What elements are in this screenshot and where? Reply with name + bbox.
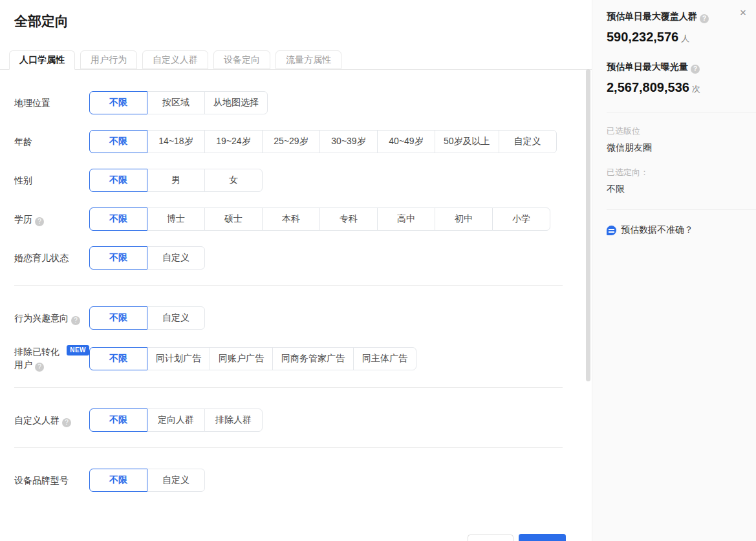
targeting-dialog: 全部定向 人口学属性用户行为自定义人群设备定向流量方属性 地理位置不限按区域从地… — [0, 0, 592, 541]
option-button[interactable]: 女 — [204, 169, 263, 192]
row-label: 自定义人群 — [14, 414, 89, 427]
row-label-text: 学历 — [14, 214, 32, 224]
selected-placement-value: 微信朋友圈 — [607, 141, 756, 154]
option-button[interactable]: 从地图选择 — [204, 91, 268, 114]
stat-value: 590,232,576 — [607, 30, 678, 44]
help-icon[interactable] — [35, 217, 44, 226]
option-button[interactable]: 初中 — [435, 207, 493, 231]
option-button[interactable]: 自定义 — [147, 306, 205, 330]
targeting-row: 学历不限博士硕士本科专科高中初中小学 — [14, 207, 592, 231]
targeting-row: 行为兴趣意向不限自定义 — [14, 306, 592, 330]
sidebar-divider — [607, 112, 756, 112]
option-group: 不限14~18岁19~24岁25~29岁30~39岁40~49岁50岁及以上自定… — [89, 130, 557, 153]
chat-bubble-icon — [607, 226, 616, 235]
row-label-text: 设备品牌型号 — [14, 475, 69, 485]
option-button[interactable]: 同商务管家广告 — [272, 347, 354, 370]
stat-value-line: 590,232,576人 — [607, 28, 756, 47]
option-button[interactable]: 同计划广告 — [147, 347, 210, 370]
stat-label: 预估单日最大曝光量 — [607, 60, 756, 74]
option-button[interactable]: 不限 — [89, 246, 147, 270]
tab-3[interactable]: 自定义人群 — [142, 50, 208, 69]
new-badge: NEW — [67, 345, 89, 355]
row-label: NEW排除已转化用户 — [14, 345, 89, 372]
targeting-row: 婚恋育儿状态不限自定义 — [14, 246, 592, 270]
option-button[interactable]: 硕士 — [204, 207, 263, 231]
page-title: 全部定向 — [14, 12, 592, 30]
targeting-row: 自定义人群不限定向人群排除人群 — [14, 408, 592, 432]
option-button[interactable]: 25~29岁 — [262, 130, 320, 153]
option-button[interactable]: 自定义 — [147, 246, 205, 270]
option-button[interactable]: 40~49岁 — [377, 130, 435, 153]
estimate-stat: 预估单日最大覆盖人群590,232,576人 — [607, 10, 756, 47]
tab-1[interactable]: 人口学属性 — [9, 50, 75, 70]
option-button[interactable]: 不限 — [89, 207, 147, 231]
option-button[interactable]: 19~24岁 — [204, 130, 263, 153]
tab-4[interactable]: 设备定向 — [213, 50, 270, 69]
stat-value: 2,567,809,536 — [607, 80, 689, 94]
feedback-link[interactable]: 预估数据不准确？ — [607, 224, 756, 236]
help-icon[interactable] — [700, 14, 709, 23]
option-button[interactable]: 男 — [147, 169, 205, 192]
option-group: 不限按区域从地图选择 — [89, 91, 268, 114]
targeting-row: 地理位置不限按区域从地图选择 — [14, 91, 592, 114]
tab-5[interactable]: 流量方属性 — [275, 50, 341, 69]
tab-2[interactable]: 用户行为 — [80, 50, 137, 69]
row-label: 学历 — [14, 213, 89, 226]
option-group: 不限自定义 — [89, 246, 205, 270]
option-button[interactable]: 自定义 — [147, 469, 205, 492]
option-button[interactable]: 博士 — [147, 207, 205, 231]
option-button[interactable]: 高中 — [377, 207, 435, 231]
option-group: 不限同计划广告同账户广告同商务管家广告同主体广告 — [89, 347, 416, 370]
section-divider — [14, 285, 563, 286]
selected-targeting-value: 不限 — [607, 182, 756, 195]
sidebar-divider — [607, 209, 756, 210]
option-button[interactable]: 专科 — [319, 207, 378, 231]
row-label: 设备品牌型号 — [14, 474, 89, 487]
help-icon[interactable] — [62, 418, 71, 427]
row-label: 地理位置 — [14, 96, 89, 109]
targeting-row: 年龄不限14~18岁19~24岁25~29岁30~39岁40~49岁50岁及以上… — [14, 130, 592, 153]
option-button[interactable]: 不限 — [89, 306, 147, 330]
help-icon[interactable] — [691, 65, 700, 74]
option-button[interactable]: 不限 — [89, 408, 147, 432]
option-button[interactable]: 不限 — [89, 469, 147, 492]
option-button[interactable]: 定向人群 — [147, 408, 205, 432]
option-button[interactable]: 同主体广告 — [353, 347, 416, 370]
stat-unit: 人 — [681, 34, 689, 43]
cancel-button[interactable] — [468, 535, 513, 541]
row-label-text: 婚恋育儿状态 — [14, 253, 69, 263]
scrollbar-thumb[interactable] — [586, 69, 590, 381]
option-button[interactable]: 不限 — [89, 91, 147, 114]
option-button[interactable]: 排除人群 — [204, 408, 263, 432]
tab-bar: 人口学属性用户行为自定义人群设备定向流量方属性 — [0, 50, 592, 70]
option-button[interactable]: 不限 — [89, 347, 147, 370]
stat-value-line: 2,567,809,536次 — [607, 79, 756, 98]
option-button[interactable]: 不限 — [89, 130, 147, 153]
option-button[interactable]: 自定义 — [499, 130, 557, 153]
feedback-text: 预估数据不准确？ — [621, 224, 693, 236]
targeting-form: 地理位置不限按区域从地图选择年龄不限14~18岁19~24岁25~29岁30~3… — [0, 70, 592, 492]
row-label: 性别 — [14, 174, 89, 187]
option-button[interactable]: 小学 — [492, 207, 550, 231]
option-button[interactable]: 14~18岁 — [147, 130, 205, 153]
option-button[interactable]: 50岁及以上 — [435, 130, 499, 153]
option-button[interactable]: 按区域 — [147, 91, 205, 114]
estimate-stat: 预估单日最大曝光量2,567,809,536次 — [607, 60, 756, 98]
targeting-row: 性别不限男女 — [14, 169, 592, 192]
row-label-text: 自定义人群 — [14, 415, 59, 425]
stat-label: 预估单日最大覆盖人群 — [607, 10, 756, 23]
estimate-sidebar: × 预估单日最大覆盖人群590,232,576人预估单日最大曝光量2,567,8… — [592, 0, 756, 541]
section-divider — [14, 447, 563, 448]
close-icon[interactable]: × — [737, 6, 750, 19]
targeting-row: 设备品牌型号不限自定义 — [14, 469, 592, 492]
confirm-button[interactable] — [519, 534, 566, 541]
option-button[interactable]: 30~39岁 — [319, 130, 378, 153]
row-label: 行为兴趣意向 — [14, 312, 89, 325]
option-button[interactable]: 不限 — [89, 169, 147, 192]
help-icon[interactable] — [35, 363, 44, 372]
option-button[interactable]: 本科 — [262, 207, 320, 231]
section-divider — [14, 387, 563, 388]
help-icon[interactable] — [71, 316, 80, 325]
row-label-text: 行为兴趣意向 — [14, 313, 69, 323]
option-button[interactable]: 同账户广告 — [210, 347, 273, 370]
